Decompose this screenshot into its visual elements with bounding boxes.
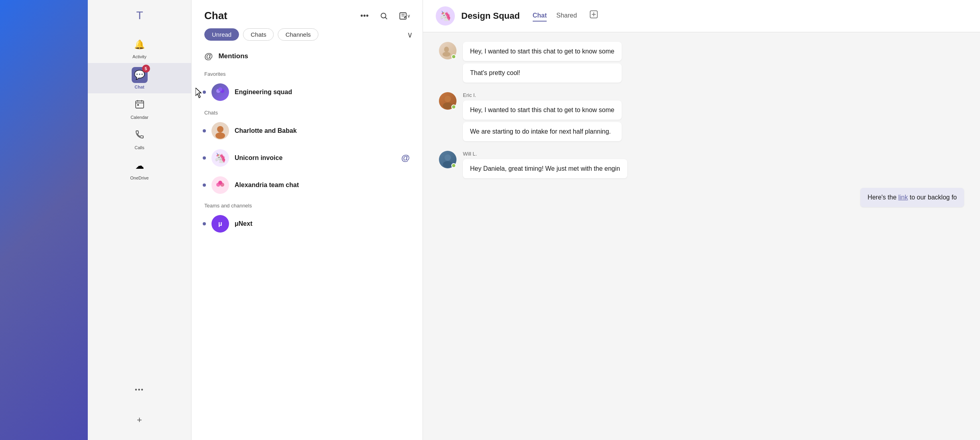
activity-icon-wrap: 🔔 <box>132 37 148 53</box>
group-avatar-svg <box>214 86 226 98</box>
sidebar-item-chat[interactable]: 💬 5 Chat <box>88 63 191 93</box>
calls-icon-wrap <box>132 128 148 144</box>
list-item[interactable]: Alexandria team chat <box>192 172 423 199</box>
chat-panel-title: Chat <box>204 10 227 22</box>
at-icon: @ <box>204 51 213 61</box>
sidebar-item-label-calls: Calls <box>134 145 144 150</box>
message-bubble: Here's the link to our backlog fo <box>860 188 964 207</box>
chats-section-label: Chats <box>192 106 423 117</box>
sidebar-item-label-activity: Activity <box>132 54 146 59</box>
mention-badge: @ <box>401 153 410 163</box>
sidebar-item-more[interactable]: ••• <box>88 378 191 402</box>
svg-point-27 <box>445 154 451 161</box>
compose-icon <box>399 12 407 20</box>
chat-item-name: Engineering squad <box>235 89 292 96</box>
bullet-icon <box>203 156 206 160</box>
svg-point-14 <box>218 87 222 91</box>
avatar <box>439 151 456 168</box>
chat-panel-header: Chat ••• ∨ <box>192 0 423 25</box>
chat-group-name: Design Squad <box>461 11 520 21</box>
online-indicator <box>451 105 456 109</box>
chat-icon-wrap: 💬 5 <box>132 67 148 83</box>
calendar-svg <box>135 99 144 109</box>
messages-area: Hey, I wanted to start this chat to get … <box>423 32 980 440</box>
sidebar-item-activity[interactable]: 🔔 Activity <box>88 33 191 63</box>
bullet-icon <box>203 183 206 187</box>
chat-panel-actions: ••• ∨ <box>358 10 413 22</box>
avatar <box>211 176 229 194</box>
filter-unread-button[interactable]: Unread <box>204 28 239 41</box>
teams-logo-icon: T <box>132 7 148 23</box>
next-avatar-text: μ <box>218 220 222 227</box>
svg-point-24 <box>443 52 450 57</box>
add-tab-button[interactable] <box>590 10 598 22</box>
msg-sender: Will L. <box>463 151 627 157</box>
more-dots-icon: ••• <box>135 386 144 393</box>
msg-content: Eric I. Hey, I wanted to start this chat… <box>463 92 622 141</box>
msg-content: Will L. Hey Daniela, great timing! We ju… <box>463 151 627 178</box>
add-tab-icon <box>590 10 598 18</box>
svg-point-15 <box>217 126 223 132</box>
chat-header-info: Design Squad <box>461 11 520 21</box>
msg-content: Here's the link to our backlog fo <box>860 188 964 207</box>
teams-logo-area: T <box>128 4 151 26</box>
ellipsis-icon: ••• <box>360 11 369 20</box>
unicorn-emoji: 🦄 <box>439 10 451 22</box>
svg-point-19 <box>218 181 222 185</box>
collapse-button[interactable]: ∨ <box>407 30 413 39</box>
phone-svg <box>135 130 144 139</box>
favorites-section-label: Favorites <box>192 67 423 79</box>
chat-item-name: Charlotte and Babak <box>235 127 297 134</box>
svg-point-25 <box>445 96 451 102</box>
filter-chats-button[interactable]: Chats <box>243 28 274 41</box>
compose-button[interactable]: ∨ <box>397 10 413 22</box>
avatar: 🦄 <box>211 149 229 167</box>
svg-point-16 <box>215 132 225 139</box>
mentions-section[interactable]: @ Mentions <box>192 45 423 67</box>
filter-channels-button[interactable]: Channels <box>278 28 318 41</box>
chat-panel: Chat ••• ∨ Unrea <box>192 0 423 440</box>
svg-rect-2 <box>136 101 144 108</box>
chat-item-name: μNext <box>235 220 252 227</box>
avatar <box>211 83 229 101</box>
bell-icon: 🔔 <box>134 39 145 50</box>
tab-shared[interactable]: Shared <box>556 10 577 22</box>
message-group-self: Here's the link to our backlog fo <box>439 188 964 207</box>
calendar-icon <box>135 99 144 111</box>
search-button[interactable] <box>377 10 390 22</box>
message-bubble: Hey, I wanted to start this chat to get … <box>463 101 622 120</box>
sidebar-item-add[interactable]: + <box>88 408 191 432</box>
online-indicator <box>451 54 456 59</box>
tab-chat[interactable]: Chat <box>533 10 547 22</box>
chat-item-name: Alexandria team chat <box>235 182 299 189</box>
message-bubble: We are starting to do intake for next ha… <box>463 122 622 141</box>
sidebar-item-label-onedrive: OneDrive <box>130 176 148 180</box>
list-item[interactable]: Charlotte and Babak <box>192 117 423 144</box>
bullet-icon <box>203 91 206 94</box>
svg-point-7 <box>381 13 386 18</box>
list-item[interactable]: Engineering squad <box>192 79 423 106</box>
list-item[interactable]: 🦄 Unicorn invoice @ <box>192 144 423 172</box>
list-item[interactable]: μ μNext <box>192 210 423 237</box>
msg-sender: Eric I. <box>463 92 622 98</box>
chat-list: @ Mentions Favorites Engineering squad C… <box>192 45 423 440</box>
avatar <box>211 122 229 140</box>
sidebar-item-calls[interactable]: Calls <box>88 124 191 154</box>
avatar: μ <box>211 215 229 233</box>
sidebar-item-label-chat: Chat <box>134 85 144 89</box>
chat-header-tabs: Chat Shared <box>533 10 598 22</box>
chevron-down-icon: ∨ <box>407 30 413 39</box>
more-options-button[interactable]: ••• <box>358 10 371 22</box>
chat-item-name: Unicorn invoice <box>235 154 283 162</box>
teams-channels-section-label: Teams and channels <box>192 199 423 210</box>
message-group: Eric I. Hey, I wanted to start this chat… <box>439 92 964 141</box>
unicorn-avatar-emoji: 🦄 <box>214 152 226 164</box>
message-group: Hey, I wanted to start this chat to get … <box>439 42 964 83</box>
main-chat: 🦄 Design Squad Chat Shared <box>423 0 980 440</box>
search-icon <box>380 12 388 20</box>
message-bubble: Hey Daniela, great timing! We just met w… <box>463 159 627 178</box>
sidebar-item-calendar[interactable]: Calendar <box>88 93 191 124</box>
backlog-link[interactable]: link <box>898 194 908 201</box>
svg-line-8 <box>385 17 387 19</box>
sidebar-item-onedrive[interactable]: ☁ OneDrive <box>88 154 191 184</box>
